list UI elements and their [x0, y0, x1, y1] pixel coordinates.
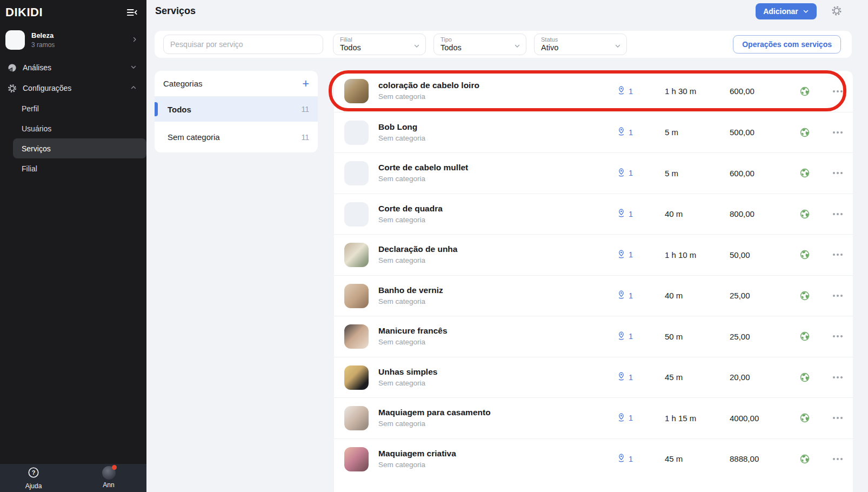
- filial-dropdown[interactable]: Filial Todos: [333, 34, 426, 55]
- settings-gear-icon[interactable]: [831, 5, 843, 17]
- sidebar-item-usuarios[interactable]: Usuários: [0, 118, 146, 138]
- service-name: Maquiagem para casamento: [378, 407, 491, 418]
- add-category-button[interactable]: +: [302, 78, 309, 89]
- main-content: Serviços Adicionar Filial Todos Tipo Tod…: [146, 0, 868, 492]
- service-name: Banho de verniz: [378, 285, 443, 296]
- service-row[interactable]: Banho de vernizSem categoria140 m25,00: [334, 275, 853, 316]
- service-more-button[interactable]: [822, 316, 853, 357]
- online-booking-globe-icon: [794, 235, 816, 275]
- services-list: coloração de cabelo loiroSem categoria11…: [334, 71, 853, 492]
- active-indicator: [155, 102, 158, 116]
- masters-count: 1: [629, 414, 633, 422]
- location-pin-icon: [617, 168, 625, 178]
- service-duration: 50 m: [665, 316, 683, 357]
- question-circle-icon: ?: [28, 467, 39, 481]
- service-name: Corte de quadra: [378, 203, 443, 214]
- service-more-button[interactable]: [822, 194, 853, 235]
- service-name: Unhas simples: [378, 367, 437, 377]
- status-dropdown[interactable]: Status Ativo: [534, 34, 627, 55]
- sidebar-collapse-icon[interactable]: [126, 6, 138, 18]
- service-duration: 5 m: [665, 153, 678, 194]
- online-booking-globe-icon: [794, 357, 816, 398]
- company-branches: 3 ramos: [31, 41, 55, 49]
- location-pin-icon: [617, 454, 625, 464]
- service-row[interactable]: Bob LongSem categoria15 m500,00: [334, 112, 853, 153]
- service-more-button[interactable]: [822, 235, 853, 275]
- service-name: coloração de cabelo loiro: [378, 80, 479, 91]
- service-name: Maquiagem criativa: [378, 448, 456, 459]
- dropdown-label: Tipo: [440, 36, 519, 43]
- service-row[interactable]: coloração de cabelo loiroSem categoria11…: [334, 71, 853, 112]
- sidebar-item-servicos[interactable]: Serviços: [13, 138, 146, 158]
- service-category: Sem categoria: [378, 175, 468, 183]
- sidebar: DIKIDI Beleza 3 ramos Análises Configura…: [0, 0, 146, 492]
- service-thumbnail: [344, 406, 369, 430]
- masters-count: 1: [629, 291, 633, 300]
- user-name: Ann: [103, 481, 114, 489]
- help-button[interactable]: ? Ajuda: [19, 467, 48, 490]
- chevron-down-icon: [514, 42, 520, 51]
- sidebar-item-filial[interactable]: Filial: [0, 158, 146, 178]
- service-name: Bob Long: [378, 122, 425, 132]
- service-price: 8888,00: [730, 439, 759, 480]
- sidebar-item-label: Configurações: [23, 84, 71, 92]
- service-duration: 45 m: [665, 357, 683, 398]
- chevron-down-icon: [803, 8, 809, 15]
- dropdown-label: Status: [541, 36, 620, 43]
- app-logo: DIKIDI: [5, 5, 43, 19]
- user-avatar: [102, 466, 116, 480]
- user-menu-button[interactable]: Ann: [95, 466, 123, 489]
- service-price: 4000,00: [730, 398, 759, 438]
- sidebar-item-perfil[interactable]: Perfil: [0, 98, 146, 118]
- sidebar-subitem-label: Usuários: [22, 124, 51, 133]
- add-service-button[interactable]: Adicionar: [756, 3, 817, 19]
- service-category: Sem categoria: [378, 461, 456, 469]
- notification-dot: [112, 465, 117, 470]
- service-thumbnail: [344, 121, 369, 145]
- service-category: Sem categoria: [378, 216, 443, 224]
- service-row[interactable]: Declaração de unhaSem categoria11 h 10 m…: [334, 234, 853, 275]
- service-category: Sem categoria: [378, 256, 457, 264]
- online-booking-globe-icon: [794, 71, 816, 112]
- masters-count: 1: [629, 210, 633, 218]
- operations-button[interactable]: Operações com serviços: [733, 35, 841, 54]
- pie-chart-icon: [6, 63, 17, 73]
- service-row[interactable]: Corte de cabelo mulletSem categoria15 m6…: [334, 152, 853, 194]
- service-row[interactable]: Unhas simplesSem categoria145 m20,00: [334, 357, 853, 398]
- service-row[interactable]: Corte de quadraSem categoria140 m800,00: [334, 194, 853, 235]
- service-thumbnail: [344, 324, 369, 349]
- sidebar-item-analises[interactable]: Análises: [0, 57, 146, 78]
- online-booking-globe-icon: [794, 194, 816, 235]
- service-more-button[interactable]: [822, 439, 853, 480]
- online-booking-globe-icon: [794, 276, 816, 316]
- location-pin-icon: [617, 86, 625, 96]
- svg-text:?: ?: [32, 469, 36, 476]
- service-row[interactable]: Maquiagem criativaSem categoria145 m8888…: [334, 438, 853, 480]
- chevron-down-icon: [130, 63, 137, 72]
- service-price: 600,00: [730, 153, 755, 194]
- service-price: 25,00: [730, 276, 750, 316]
- sidebar-item-configuracoes[interactable]: Configurações: [0, 78, 146, 98]
- chevron-down-icon: [615, 42, 621, 51]
- tipo-dropdown[interactable]: Tipo Todos: [433, 34, 526, 55]
- service-more-button[interactable]: [822, 112, 853, 153]
- chevron-up-icon: [130, 84, 137, 92]
- service-more-button[interactable]: [822, 153, 853, 194]
- search-input[interactable]: [163, 35, 323, 54]
- service-more-button[interactable]: [822, 276, 853, 316]
- service-more-button[interactable]: [822, 71, 853, 112]
- sidebar-footer: ? Ajuda Ann: [0, 464, 146, 492]
- category-row[interactable]: Todos11: [155, 97, 318, 122]
- service-thumbnail: [344, 284, 369, 308]
- company-switcher[interactable]: Beleza 3 ramos: [0, 23, 146, 57]
- sidebar-subitem-label: Serviços: [22, 144, 51, 153]
- help-label: Ajuda: [25, 482, 42, 490]
- service-more-button[interactable]: [822, 357, 853, 398]
- category-row[interactable]: Sem categoria11: [155, 125, 318, 149]
- service-row[interactable]: Maquiagem para casamentoSem categoria11 …: [334, 397, 853, 438]
- service-duration: 1 h 10 m: [665, 235, 696, 275]
- sidebar-subitem-label: Perfil: [22, 104, 39, 113]
- service-row[interactable]: Manicure francêsSem categoria150 m25,00: [334, 316, 853, 357]
- service-more-button[interactable]: [822, 398, 853, 438]
- masters-count: 1: [629, 128, 633, 137]
